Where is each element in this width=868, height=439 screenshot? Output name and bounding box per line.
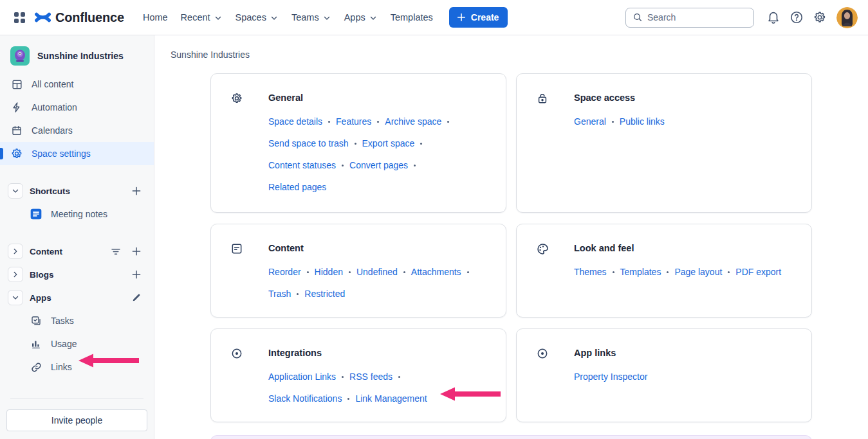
chevron-down-icon (270, 13, 279, 22)
link-reorder[interactable]: Reorder (268, 267, 301, 277)
card-title: Content (268, 241, 475, 255)
sidebar-item-automation[interactable]: Automation (0, 96, 154, 119)
app-switcher-icon[interactable] (9, 7, 30, 28)
link-link-management[interactable]: Link Management (355, 393, 427, 404)
apps-section-actions (128, 289, 145, 306)
card-links: GeneralPublic links (574, 111, 665, 132)
link-attachments[interactable]: Attachments (411, 267, 461, 277)
top-nav-templates[interactable]: Templates (386, 8, 438, 26)
sidebar-item-all-content[interactable]: All content (0, 73, 154, 96)
dot-separator (467, 271, 469, 273)
confluence-logo[interactable]: Confluence (35, 10, 124, 25)
apps-item-label: Tasks (51, 316, 74, 326)
link-undefined[interactable]: Undefined (356, 267, 398, 277)
sidebar-item-label: All content (32, 79, 73, 89)
card-link-line: Content statusesConvert pages (268, 154, 455, 176)
link-content-statuses[interactable]: Content statuses (268, 160, 336, 170)
link-rss-feeds[interactable]: RSS feeds (349, 372, 392, 382)
link-export-space[interactable]: Export space (362, 138, 415, 148)
usage-icon (30, 338, 42, 350)
sidebar-item-label: Calendars (32, 125, 73, 136)
link-features[interactable]: Features (336, 116, 371, 127)
apps-item-label: Links (51, 362, 72, 372)
top-nav-apps[interactable]: Apps (340, 8, 382, 26)
top-nav: HomeRecentSpacesTeamsAppsTemplates (138, 8, 438, 26)
link-pdf-export[interactable]: PDF export (735, 267, 781, 277)
card-link-line: ReorderHiddenUndefinedAttachments (268, 261, 475, 283)
apps-item-tasks[interactable]: Tasks (0, 309, 154, 332)
help-button[interactable] (786, 7, 807, 28)
shortcut-meeting-notes[interactable]: Meeting notes (0, 202, 154, 226)
sidebar-item-space-settings[interactable]: Space settings (0, 142, 154, 165)
link-restricted[interactable]: Restricted (304, 289, 345, 299)
apps-item-usage[interactable]: Usage (0, 332, 154, 355)
link-archive-space[interactable]: Archive space (385, 116, 441, 127)
chevron-right-icon[interactable] (8, 267, 23, 282)
link-hidden[interactable]: Hidden (315, 267, 343, 277)
link-slack-notifications[interactable]: Slack Notifications (268, 393, 342, 404)
link-trash[interactable]: Trash (268, 289, 291, 299)
help-icon (790, 10, 804, 24)
create-button[interactable]: Create (449, 7, 508, 28)
chevron-down-icon (369, 13, 378, 22)
card-general: GeneralSpace detailsFeaturesArchive spac… (210, 73, 506, 213)
link-send-space-to-trash[interactable]: Send space to trash (268, 138, 349, 148)
dot-separator (342, 165, 344, 166)
target-icon (536, 347, 550, 360)
link-general[interactable]: General (574, 116, 606, 127)
card-link-line: Property Inspector (574, 366, 647, 388)
card-title: App links (574, 346, 647, 360)
card-link-line: TrashRestricted (268, 283, 475, 305)
plus-icon[interactable] (128, 183, 145, 199)
card-body: IntegrationsApplication LinksRSS feedsSl… (268, 346, 427, 409)
search-input[interactable] (647, 12, 731, 22)
top-nav-spaces[interactable]: Spaces (231, 8, 283, 26)
edit-icon[interactable] (128, 289, 145, 306)
chevron-down-icon[interactable] (8, 290, 23, 305)
content-section-actions (107, 243, 145, 260)
space-avatar (10, 46, 30, 66)
plus-icon[interactable] (128, 266, 145, 283)
brand-name: Confluence (55, 10, 124, 25)
gear-icon (813, 10, 827, 24)
top-nav-label: Templates (391, 12, 433, 22)
notifications-button[interactable] (763, 7, 784, 28)
filter-icon[interactable] (107, 243, 124, 260)
sidebar-item-calendars[interactable]: Calendars (0, 119, 154, 142)
shortcuts-section-actions (128, 183, 145, 199)
space-settings-cards: GeneralSpace detailsFeaturesArchive spac… (210, 73, 812, 422)
invite-people-button[interactable]: Invite people (6, 409, 147, 431)
chevron-down-icon[interactable] (8, 183, 23, 199)
card-link-line: GeneralPublic links (574, 111, 665, 132)
content-section-label: Content (30, 247, 62, 256)
link-page-layout[interactable]: Page layout (674, 267, 722, 277)
link-templates[interactable]: Templates (620, 267, 661, 277)
link-application-links[interactable]: Application Links (268, 372, 336, 382)
link-space-details[interactable]: Space details (268, 116, 322, 127)
space-header[interactable]: Sunshine Industries (0, 44, 154, 67)
settings-button[interactable] (809, 7, 830, 28)
card-links: Application LinksRSS feedsSlack Notifica… (268, 366, 427, 409)
apps-item-label: Usage (51, 339, 77, 349)
document-icon (230, 242, 245, 255)
link-related-pages[interactable]: Related pages (268, 182, 326, 192)
chevron-right-icon[interactable] (8, 244, 23, 259)
card-content: ContentReorderHiddenUndefinedAttachments… (210, 224, 506, 318)
link-property-inspector[interactable]: Property Inspector (574, 372, 647, 382)
plus-icon[interactable] (128, 243, 145, 260)
lock-icon (536, 92, 550, 105)
link-public-links[interactable]: Public links (620, 116, 665, 127)
plus-icon (456, 12, 466, 22)
apps-item-links[interactable]: Links (0, 355, 154, 379)
top-nav-recent[interactable]: Recent (176, 8, 227, 26)
blogs-section-actions (128, 266, 145, 283)
card-title: General (268, 91, 455, 105)
space-sidebar: Sunshine Industries All contentAutomatio… (0, 35, 154, 439)
top-nav-home[interactable]: Home (138, 8, 172, 26)
link-themes[interactable]: Themes (574, 267, 607, 277)
search-box[interactable] (625, 8, 754, 28)
link-convert-pages[interactable]: Convert pages (349, 160, 408, 170)
user-avatar[interactable] (836, 7, 858, 28)
breadcrumb[interactable]: Sunshine Industries (154, 49, 250, 60)
top-nav-teams[interactable]: Teams (287, 8, 336, 26)
